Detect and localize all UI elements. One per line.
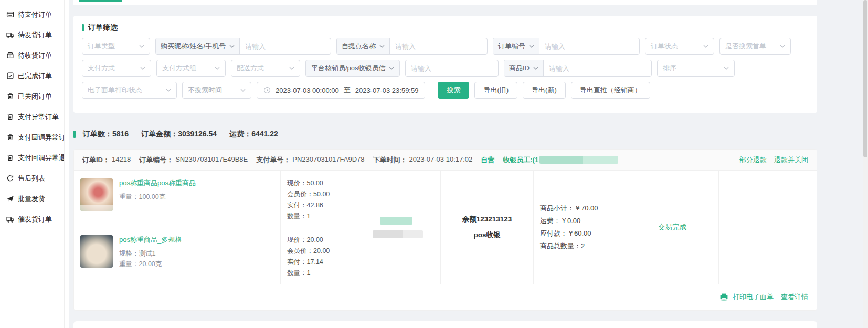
freight-total: 运费：￥0.00 xyxy=(540,215,626,227)
price-member: 会员价：50.00 xyxy=(287,189,347,200)
order-card-header: 订单ID： 14218 订单编号： SN2307031017E49B8E 支付单… xyxy=(74,150,817,171)
buyer-field-select[interactable]: 购买昵称/姓名/手机号 xyxy=(156,38,240,54)
product-name-link[interactable]: pos称重商品pos称重商品 xyxy=(119,178,196,188)
clock-icon xyxy=(263,87,271,94)
product-spec: 规格：测试1 xyxy=(119,248,182,259)
chevron-down-icon xyxy=(780,45,785,48)
goods-id-field-select[interactable]: 商品ID xyxy=(504,60,544,76)
order-status-cell: 交易完成 xyxy=(626,171,718,284)
filter-row-2: 支付方式 支付方式组 配送方式 平台核销员/pos收银员信 商品ID 排序 xyxy=(82,60,809,77)
stat-order-count: 订单数：5816 xyxy=(83,130,129,139)
product-weight: 重量：100.00克 xyxy=(119,192,196,202)
next-order-card-top xyxy=(73,321,817,328)
sidebar-scrollbar[interactable] xyxy=(64,0,69,328)
goods-id-search-group: 商品ID xyxy=(504,60,652,77)
order-no-field-select[interactable]: 订单编号 xyxy=(493,38,539,54)
masked-buyer-name xyxy=(380,217,412,225)
sort-placeholder: 排序 xyxy=(663,64,676,73)
sidebar-item-aftersale-list[interactable]: 售后列表 xyxy=(0,168,64,188)
sidebar-item-label: 催发货订单 xyxy=(18,215,52,224)
tab-bar-bottom xyxy=(73,0,817,5)
pickup-field-select[interactable]: 自提点名称 xyxy=(337,38,390,54)
chevron-down-icon xyxy=(724,67,729,70)
sidebar-item-pending-delivery[interactable]: 待发货订单 xyxy=(0,25,64,45)
buyer-cell xyxy=(347,171,440,284)
sort-select[interactable]: 排序 xyxy=(657,60,735,77)
sidebar-item-closed[interactable]: 已关闭订单 xyxy=(0,86,64,107)
no-search-time-select[interactable]: 不搜索时间 xyxy=(182,82,251,99)
pay-method-select[interactable]: 支付方式 xyxy=(82,60,151,77)
goods-id-search-input[interactable] xyxy=(544,60,651,76)
chevron-down-icon xyxy=(166,89,171,92)
sidebar-item-payment-abnormal[interactable]: 支付异常订单 xyxy=(0,107,64,127)
sidebar-item-completed[interactable]: 已完成订单 xyxy=(0,66,64,86)
pos-cashier-select[interactable]: 平台核销员/pos收银员信 xyxy=(305,60,400,77)
delivery-method-select[interactable]: 配送方式 xyxy=(231,60,300,77)
order-no-search-group: 订单编号 xyxy=(493,38,640,55)
date-end-value: 2023-07-03 23:59:59 xyxy=(355,87,419,94)
payment-method: 余额123213123 xyxy=(462,215,512,224)
product-row: pos称重商品_多规格 规格：测试1 重量：20.00克 xyxy=(74,227,280,284)
sidebar-item-callback-abnormal-refund[interactable]: 支付回调异常退款 xyxy=(0,147,64,168)
pay-sn: 支付单号： PN2307031017FA9D78 xyxy=(256,155,364,165)
sidebar-item-callback-abnormal-order[interactable]: 支付回调异常订单 xyxy=(0,127,64,147)
pickup-field-label: 自提点名称 xyxy=(342,41,376,51)
sidebar-item-label: 批量发货 xyxy=(18,194,45,204)
date-separator: 至 xyxy=(344,86,351,95)
sidebar-item-pending-payment[interactable]: 待支付订单 xyxy=(0,4,64,25)
order-body-grid: pos称重商品pos称重商品 重量：100.00克 现价：50.00 会员价：5… xyxy=(74,171,817,284)
chevron-down-icon xyxy=(229,45,235,48)
chevron-down-icon xyxy=(389,67,394,70)
sidebar-item-label: 已关闭订单 xyxy=(18,92,52,101)
order-type-select[interactable]: 订单类型 xyxy=(82,38,150,55)
pay-method-group-select[interactable]: 支付方式组 xyxy=(156,60,226,77)
trash-icon xyxy=(6,113,14,121)
sidebar-item-urge-delivery[interactable]: 催发货订单 xyxy=(0,209,64,229)
goods-subtotal: 商品小计：￥70.00 xyxy=(540,202,626,215)
product-image xyxy=(80,235,113,268)
chevron-down-icon xyxy=(140,67,145,70)
order-card-footer: 打印电子面单 查看详情 xyxy=(74,284,817,310)
order-no-field-label: 订单编号 xyxy=(498,41,525,51)
check-square-icon xyxy=(6,72,14,80)
first-order-select[interactable]: 是否搜索首单 xyxy=(719,38,791,55)
refund-and-close-link[interactable]: 退款并关闭 xyxy=(774,155,808,165)
delivery-method-placeholder: 配送方式 xyxy=(237,64,264,73)
payment-channel: pos收银 xyxy=(473,230,500,240)
chevron-down-icon xyxy=(139,45,144,48)
masked-buyer-phone xyxy=(373,230,423,238)
order-actions-cell xyxy=(718,171,817,284)
partial-refund-link[interactable]: 部分退款 xyxy=(739,155,767,165)
date-range-picker[interactable]: 2023-07-03 00:00:00 至 2023-07-03 23:59:5… xyxy=(257,82,425,99)
order-sn: 订单编号： SN2307031017E49B8E xyxy=(139,155,248,165)
order-status-placeholder: 订单状态 xyxy=(651,41,678,51)
view-detail-link[interactable]: 查看详情 xyxy=(781,292,808,302)
pickup-search-input[interactable] xyxy=(390,38,487,54)
search-button[interactable]: 搜索 xyxy=(438,82,469,99)
page-scrollbar-thumb[interactable] xyxy=(863,0,867,157)
eorder-print-status-select[interactable]: 电子面单打印状态 xyxy=(82,82,177,99)
pos-cashier-input[interactable] xyxy=(406,60,498,76)
product-name-link[interactable]: pos称重商品_多规格 xyxy=(119,235,182,245)
order-card: 订单ID： 14218 订单编号： SN2307031017E49B8E 支付单… xyxy=(73,149,817,311)
order-status-select[interactable]: 订单状态 xyxy=(645,38,714,55)
export-new-button[interactable]: 导出(新) xyxy=(523,82,566,99)
export-direct-button[interactable]: 导出直推（经销商） xyxy=(571,82,650,99)
first-order-placeholder: 是否搜索首单 xyxy=(725,41,766,51)
print-eorder-link[interactable]: 打印电子面单 xyxy=(719,292,774,302)
chevron-down-icon xyxy=(289,67,294,70)
package-icon xyxy=(6,51,14,59)
product-weight: 重量：20.00克 xyxy=(119,259,182,269)
masked-cashier-name xyxy=(539,156,618,164)
sidebar-item-pending-receipt[interactable]: 待收货订单 xyxy=(0,45,64,66)
product-price-block: 现价：50.00 会员价：50.00 实付：42.86 数量：1 xyxy=(280,171,347,227)
chevron-down-icon xyxy=(379,45,385,48)
export-old-button[interactable]: 导出(旧) xyxy=(474,82,517,99)
buyer-search-input[interactable] xyxy=(240,38,331,54)
sidebar-item-batch-delivery[interactable]: 批量发货 xyxy=(0,188,64,209)
truck-icon xyxy=(6,31,14,39)
truck-icon xyxy=(6,215,14,223)
order-no-search-input[interactable] xyxy=(539,38,639,54)
sidebar-item-label: 支付回调异常订单 xyxy=(18,133,64,142)
no-search-time-label: 不搜索时间 xyxy=(188,86,222,95)
